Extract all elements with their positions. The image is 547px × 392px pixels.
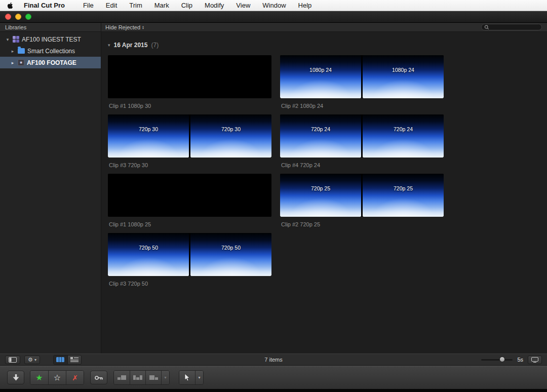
keyword-button[interactable] bbox=[90, 371, 107, 384]
event-browser: ▾ 16 Apr 2015 (7) Clip #1 1080p 30 1080p… bbox=[101, 32, 547, 354]
menu-help[interactable]: Help bbox=[298, 2, 312, 9]
clip-label[interactable]: Clip #2 1080p 24 bbox=[280, 103, 444, 109]
menu-clip[interactable]: Clip bbox=[181, 2, 192, 9]
filmstrip-frame: 720p 30 bbox=[190, 114, 271, 158]
header-row: Libraries Hide Rejected ▴▾ bbox=[0, 23, 547, 32]
filmstrip-frame bbox=[108, 55, 271, 98]
chevron-down-icon: ▾ bbox=[198, 375, 200, 380]
disclosure-open-icon[interactable]: ▾ bbox=[5, 37, 10, 42]
clip-thumbnail[interactable] bbox=[108, 55, 271, 98]
apple-icon[interactable] bbox=[7, 2, 14, 9]
filmstrip-frame: 720p 30 bbox=[108, 114, 189, 158]
filmstrip-view-button[interactable] bbox=[54, 356, 67, 364]
menu-edit[interactable]: Edit bbox=[106, 2, 117, 9]
group-disclosure-icon[interactable]: ▾ bbox=[108, 43, 110, 48]
search-input[interactable] bbox=[491, 24, 539, 30]
search-icon bbox=[484, 25, 489, 30]
clip-thumbnail[interactable] bbox=[108, 174, 271, 217]
group-title: 16 Apr 2015 bbox=[114, 42, 148, 49]
tool-dropdown-button[interactable]: ▾ bbox=[195, 371, 203, 384]
frame-overlay-text: 720p 24 bbox=[363, 126, 444, 132]
filmstrip-frame: 1080p 24 bbox=[363, 55, 444, 98]
filmstrip-frame: 720p 24 bbox=[363, 114, 444, 158]
clip-label[interactable]: Clip #4 720p 24 bbox=[280, 162, 444, 168]
list-view-icon bbox=[70, 357, 79, 362]
menu-modify[interactable]: Modify bbox=[205, 2, 224, 9]
menu-bar: Final Cut Pro File Edit Trim Mark Clip M… bbox=[0, 0, 547, 11]
append-edit-icon bbox=[149, 375, 158, 380]
clip-thumbnail[interactable]: 720p 50 720p 50 bbox=[108, 233, 271, 276]
minimize-button[interactable] bbox=[15, 14, 21, 20]
unrate-button[interactable]: ☆ bbox=[48, 371, 66, 384]
select-tool-button[interactable] bbox=[179, 371, 195, 384]
clip-appearance-button[interactable] bbox=[528, 356, 542, 364]
connect-edit-button[interactable] bbox=[114, 371, 130, 384]
clip-thumbnail[interactable]: 720p 25 720p 25 bbox=[280, 174, 444, 217]
libraries-header: Libraries bbox=[0, 23, 101, 31]
folder-icon bbox=[18, 48, 25, 54]
reject-x-icon: ✗ bbox=[72, 374, 78, 381]
filmstrip-frame: 1080p 24 bbox=[280, 55, 361, 98]
chevron-down-icon: ▾ bbox=[34, 358, 36, 362]
frame-overlay-text: 1080p 24 bbox=[280, 67, 361, 73]
search-field[interactable] bbox=[481, 24, 542, 30]
frame-overlay-text: 720p 50 bbox=[108, 245, 189, 251]
disclosure-closed-icon[interactable]: ▸ bbox=[10, 49, 15, 54]
filmstrip-view-icon bbox=[56, 357, 64, 362]
clip-thumbnail[interactable]: 1080p 24 1080p 24 bbox=[280, 55, 444, 98]
edit-buttons-group: ▾ bbox=[113, 370, 170, 385]
monitor-icon bbox=[531, 357, 538, 363]
menu-mark[interactable]: Mark bbox=[154, 2, 169, 9]
clip-cell: 720p 30 720p 30 Clip #3 720p 30 bbox=[108, 114, 271, 174]
chevron-down-icon: ▾ bbox=[164, 375, 166, 380]
favorite-button[interactable]: ★ bbox=[30, 371, 48, 384]
status-bar-right: 5s bbox=[481, 356, 542, 364]
clip-label[interactable]: Clip #2 720p 25 bbox=[280, 221, 444, 227]
filter-label: Hide Rejected bbox=[105, 24, 140, 30]
reject-button[interactable]: ✗ bbox=[66, 371, 84, 384]
disclosure-closed-icon[interactable]: ▸ bbox=[10, 60, 15, 65]
close-button[interactable] bbox=[5, 14, 11, 20]
filmstrip-frame: 720p 24 bbox=[280, 114, 361, 158]
slider-knob[interactable] bbox=[499, 357, 505, 362]
duration-slider[interactable] bbox=[481, 359, 513, 361]
sidebar-item-af100-footage[interactable]: ▸ ★ AF100 FOOTAGE bbox=[0, 57, 101, 68]
sidebar-item-library[interactable]: ▾ AF100 INGEST TEST bbox=[0, 33, 101, 45]
filter-dropdown[interactable]: Hide Rejected ▴▾ bbox=[105, 24, 144, 30]
menu-trim[interactable]: Trim bbox=[129, 2, 142, 9]
menu-view[interactable]: View bbox=[236, 2, 250, 9]
clip-cell: 720p 24 720p 24 Clip #4 720p 24 bbox=[280, 114, 444, 174]
menu-items: File Edit Trim Mark Clip Modify View Win… bbox=[83, 2, 311, 9]
library-icon bbox=[13, 36, 19, 43]
clip-label[interactable]: Clip #1 1080p 25 bbox=[108, 221, 271, 227]
clip-cell: 720p 25 720p 25 Clip #2 720p 25 bbox=[280, 174, 444, 233]
app-name[interactable]: Final Cut Pro bbox=[24, 2, 65, 9]
filmstrip-frame: 720p 25 bbox=[280, 174, 361, 217]
insert-edit-button[interactable] bbox=[130, 371, 145, 384]
frame-overlay-text: 1080p 24 bbox=[363, 67, 444, 73]
list-view-button[interactable] bbox=[67, 356, 81, 364]
filmstrip-frame: 720p 50 bbox=[108, 233, 189, 276]
import-button[interactable] bbox=[7, 371, 24, 384]
action-menu-button[interactable]: ⚙ ▾ bbox=[24, 356, 40, 364]
append-edit-button[interactable] bbox=[145, 371, 161, 384]
clip-label[interactable]: Clip #3 720p 30 bbox=[108, 162, 271, 168]
sidebar-item-label: AF100 FOOTAGE bbox=[27, 59, 76, 66]
clip-thumbnail[interactable]: 720p 30 720p 30 bbox=[108, 114, 271, 158]
import-download-icon bbox=[13, 374, 19, 381]
clip-label[interactable]: Clip #3 720p 50 bbox=[108, 281, 271, 287]
clip-thumbnail[interactable]: 720p 24 720p 24 bbox=[280, 114, 444, 158]
filmstrip-frame bbox=[108, 174, 271, 217]
arrow-cursor-icon bbox=[184, 374, 190, 381]
clip-cell: Clip #1 1080p 30 bbox=[108, 55, 271, 114]
sidebar-item-smart-collections[interactable]: ▸ Smart Collections bbox=[0, 45, 101, 57]
edit-options-dropdown[interactable]: ▾ bbox=[161, 371, 169, 384]
toolbar: ★ ☆ ✗ bbox=[0, 366, 547, 389]
sidebar-toggle-button[interactable] bbox=[5, 356, 20, 364]
zoom-button[interactable] bbox=[25, 14, 31, 20]
view-switcher bbox=[53, 355, 82, 365]
menu-file[interactable]: File bbox=[83, 2, 94, 9]
menu-window[interactable]: Window bbox=[262, 2, 286, 9]
libraries-sidebar: ▾ AF100 INGEST TEST ▸ Smart Collections … bbox=[0, 32, 101, 354]
clip-label[interactable]: Clip #1 1080p 30 bbox=[108, 103, 271, 109]
